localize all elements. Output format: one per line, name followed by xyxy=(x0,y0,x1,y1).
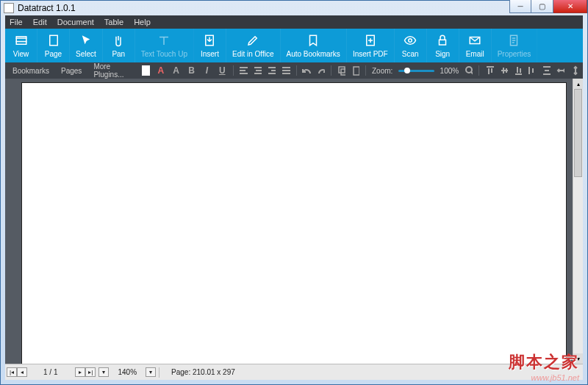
insert-button[interactable]: Insert xyxy=(194,29,226,62)
italic-button[interactable]: I xyxy=(202,65,212,76)
select-button[interactable]: Select xyxy=(70,29,103,62)
zoom-dropdown-button[interactable]: ▾ xyxy=(146,367,156,377)
last-page-button[interactable]: ▸| xyxy=(85,367,96,377)
vertical-scrollbar[interactable]: ▴ ▾ xyxy=(573,79,583,364)
underline-button[interactable]: U xyxy=(218,65,227,76)
svg-rect-8 xyxy=(339,67,345,73)
page-icon xyxy=(47,34,60,47)
scroll-up-button[interactable]: ▴ xyxy=(573,79,583,89)
menu-edit[interactable]: Edit xyxy=(33,18,47,26)
pencil-icon xyxy=(246,34,259,47)
svg-point-4 xyxy=(409,38,412,42)
paste-icon[interactable] xyxy=(351,65,359,76)
status-bar: |◂ ◂ 1 / 1 ▸ ▸| ▾ 140% ▾ Page: 210.01 x … xyxy=(5,364,583,380)
text-touchup-button[interactable]: Text Touch Up xyxy=(135,29,194,62)
properties-button[interactable]: Properties xyxy=(492,29,538,62)
ribbon-toolbar: View Page Select Pan Text Touch Up Inser… xyxy=(5,29,583,62)
search-icon[interactable] xyxy=(465,65,473,76)
separator xyxy=(365,65,366,76)
align-center-icon[interactable] xyxy=(254,65,262,76)
align-v-mid-icon[interactable] xyxy=(500,65,508,76)
eye-icon xyxy=(15,34,28,47)
email-button[interactable]: Email xyxy=(459,29,492,62)
tab-pages[interactable]: Pages xyxy=(58,67,85,75)
pdf-icon xyxy=(364,34,377,47)
redo-icon[interactable] xyxy=(317,65,325,76)
menu-file[interactable]: File xyxy=(10,18,23,26)
separator xyxy=(159,367,159,378)
copy-icon[interactable] xyxy=(337,65,345,76)
scroll-down-button[interactable]: ▾ xyxy=(573,353,583,364)
cursor-icon xyxy=(79,34,93,47)
app-icon xyxy=(4,3,14,13)
edit-office-button[interactable]: Edit in Office xyxy=(226,29,281,62)
close-button[interactable]: ✕ xyxy=(553,0,587,13)
svg-point-11 xyxy=(466,67,472,73)
bookmark-icon xyxy=(306,34,320,47)
email-icon xyxy=(468,34,481,47)
distribute-v-icon[interactable] xyxy=(542,65,550,76)
scroll-thumb[interactable] xyxy=(574,89,582,177)
svg-rect-5 xyxy=(440,40,446,45)
scan-button[interactable]: Scan xyxy=(395,29,427,62)
title-bar[interactable]: Datatract 1.0.1 ─ ▢ ✕ xyxy=(1,1,587,15)
tab-bookmarks[interactable]: Bookmarks xyxy=(10,67,52,75)
undo-icon[interactable] xyxy=(302,65,310,76)
bold-button[interactable]: B xyxy=(187,65,196,76)
lock-icon xyxy=(436,34,449,47)
width-icon[interactable] xyxy=(556,65,564,76)
page-canvas[interactable] xyxy=(22,83,566,364)
font-size-button[interactable]: A xyxy=(171,65,181,76)
hand-icon xyxy=(112,34,125,47)
zoom-label: Zoom: xyxy=(372,67,392,75)
pan-button[interactable]: Pan xyxy=(103,29,135,62)
client-area: File Edit Document Table Help View Page … xyxy=(5,15,583,380)
insert-pdf-button[interactable]: Insert PDF xyxy=(347,29,395,62)
auto-bookmarks-button[interactable]: Auto Bookmarks xyxy=(281,29,347,62)
window-frame: Datatract 1.0.1 ─ ▢ ✕ File Edit Document… xyxy=(0,0,588,385)
page-dimensions: Page: 210.01 x 297 xyxy=(162,368,235,376)
prev-page-button[interactable]: ◂ xyxy=(17,367,27,377)
font-color-button[interactable]: A xyxy=(156,65,165,76)
next-page-button[interactable]: ▸ xyxy=(75,367,85,377)
sign-button[interactable]: Sign xyxy=(427,29,459,62)
align-v-bot-icon[interactable] xyxy=(514,65,522,76)
status-zoom: 140% xyxy=(109,368,146,376)
minimize-button[interactable]: ─ xyxy=(509,0,531,13)
doc-icon xyxy=(507,34,520,47)
align-right-icon[interactable] xyxy=(268,65,276,76)
svg-rect-10 xyxy=(354,67,359,75)
insert-icon xyxy=(203,34,216,47)
zoom-value: 100% xyxy=(440,67,459,75)
window-title: Datatract 1.0.1 xyxy=(18,3,76,13)
format-toolbar: Bookmarks Pages More Plugins... A A B I … xyxy=(5,62,583,79)
text-icon xyxy=(157,34,171,47)
menu-help[interactable]: Help xyxy=(134,18,151,26)
align-left-icon[interactable] xyxy=(239,65,247,76)
svg-rect-1 xyxy=(49,35,57,46)
separator xyxy=(478,65,479,76)
page-dropdown-button[interactable]: ▾ xyxy=(98,367,109,377)
document-area: ▴ ▾ xyxy=(5,79,583,364)
separator xyxy=(331,65,331,76)
tab-more-plugins[interactable]: More Plugins... xyxy=(90,62,136,79)
align-v-top-icon[interactable] xyxy=(485,65,493,76)
height-icon[interactable] xyxy=(570,65,578,76)
align-justify-icon[interactable] xyxy=(282,65,290,76)
view-button[interactable]: View xyxy=(5,29,37,62)
scan-icon xyxy=(404,34,417,47)
color-swatch[interactable] xyxy=(142,65,150,76)
separator xyxy=(296,65,297,76)
distribute-h-icon[interactable] xyxy=(528,65,536,76)
page-counter: 1 / 1 xyxy=(27,368,74,376)
first-page-button[interactable]: |◂ xyxy=(7,367,17,377)
maximize-button[interactable]: ▢ xyxy=(531,0,553,13)
menu-table[interactable]: Table xyxy=(104,18,123,26)
menu-document[interactable]: Document xyxy=(57,18,94,26)
separator xyxy=(233,65,234,76)
page-button[interactable]: Page xyxy=(37,29,70,62)
menu-bar: File Edit Document Table Help xyxy=(5,15,583,29)
zoom-slider[interactable] xyxy=(398,70,434,72)
